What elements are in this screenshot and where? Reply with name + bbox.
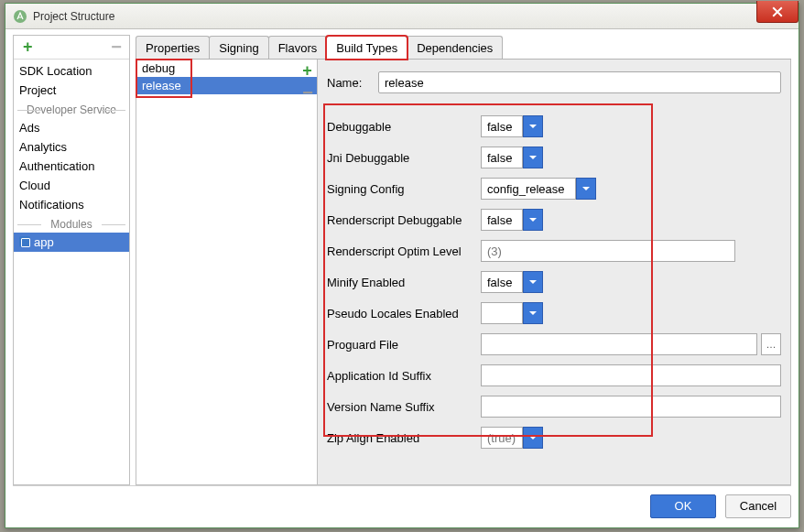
value-signing-config[interactable] [481,178,576,200]
build-types-list: debug release + − [136,60,318,484]
value-renderscript-optim[interactable] [481,240,735,262]
value-minify-enabled[interactable] [481,271,523,293]
build-type-form: Name: Debuggable Jni Debuggable [318,60,790,484]
value-version-name-suffix[interactable] [481,396,781,418]
chevron-down-icon [528,309,538,318]
sidebar-item-label: app [34,235,54,249]
proguard-browse-button[interactable]: … [761,333,781,355]
project-structure-window: Project Structure + − SDK Location Proje… [5,3,799,528]
dropdown-renderscript-debuggable[interactable] [523,209,543,231]
value-debuggable[interactable] [481,115,523,137]
combo-jni-debuggable[interactable] [481,147,543,168]
combo-debuggable[interactable] [481,115,543,137]
label-app-id-suffix: Application Id Suffix [327,369,481,383]
value-pseudo-locales[interactable] [481,302,523,324]
value-zip-align[interactable] [481,427,523,449]
label-proguard-file: Proguard File [327,338,481,352]
window-title: Project Structure [33,10,114,23]
row-zip-align: Zip Align Enabled [327,422,781,453]
name-input[interactable] [378,71,781,93]
label-debuggable: Debuggable [327,120,481,134]
chevron-down-icon [528,433,538,442]
name-label: Name: [327,76,378,90]
main: Properties Signing Flavors Build Types D… [136,35,791,485]
tab-signing[interactable]: Signing [209,36,268,59]
label-signing-config: Signing Config [327,182,481,196]
module-icon [19,236,30,247]
close-button[interactable] [756,1,799,23]
combo-signing-config[interactable] [481,178,596,200]
label-minify-enabled: Minify Enabled [327,276,481,289]
tabs: Properties Signing Flavors Build Types D… [136,35,791,60]
tab-dependencies[interactable]: Dependencies [407,36,503,59]
build-types-add-button[interactable]: + [302,61,313,81]
sidebar: + − SDK Location Project Developer Servi… [13,35,130,485]
sidebar-add-button[interactable]: + [23,38,33,57]
sidebar-item-project[interactable]: Project [14,81,129,100]
sidebar-header-developer-services: Developer Service [14,103,129,116]
dialog-body: + − SDK Location Project Developer Servi… [5,29,799,485]
chevron-down-icon [581,184,591,193]
row-signing-config: Signing Config [327,173,781,204]
close-icon [772,6,783,17]
row-pseudo-locales: Pseudo Locales Enabled [327,298,781,329]
sidebar-item-authentication[interactable]: Authentication [14,157,129,176]
row-version-name-suffix: Version Name Suffix [327,391,781,422]
sidebar-item-app[interactable]: app [14,233,129,252]
combo-pseudo-locales[interactable] [481,302,543,324]
build-types-remove-button[interactable]: − [302,82,313,103]
dropdown-jni-debuggable[interactable] [523,147,543,168]
label-jni-debuggable: Jni Debuggable [327,151,481,165]
chevron-down-icon [528,215,538,224]
sidebar-item-sdk-location[interactable]: SDK Location [14,61,129,81]
dropdown-zip-align[interactable] [523,427,543,449]
combo-zip-align[interactable] [481,427,543,449]
sidebar-remove-button[interactable]: − [111,37,122,58]
value-renderscript-debuggable[interactable] [481,209,523,231]
label-version-name-suffix: Version Name Suffix [327,400,481,414]
build-type-debug[interactable]: debug [136,60,317,77]
label-pseudo-locales: Pseudo Locales Enabled [327,307,481,320]
sidebar-item-notifications[interactable]: Notifications [14,195,129,214]
row-jni-debuggable: Jni Debuggable [327,142,781,173]
label-renderscript-debuggable: Renderscript Debuggable [327,213,481,227]
app-icon [13,9,27,24]
dropdown-debuggable[interactable] [523,115,543,137]
row-debuggable: Debuggable [327,111,781,142]
ok-button[interactable]: OK [650,494,716,518]
tab-flavors[interactable]: Flavors [268,36,328,59]
row-proguard-file: Proguard File … [327,329,781,360]
combo-renderscript-debuggable[interactable] [481,209,543,231]
chevron-down-icon [528,153,538,162]
label-zip-align: Zip Align Enabled [327,431,481,445]
sidebar-tools: + − [14,36,129,60]
footer: OK Cancel [13,485,791,520]
chevron-down-icon [528,277,538,287]
titlebar: Project Structure [5,4,799,29]
row-renderscript-optim: Renderscript Optim Level [327,235,781,266]
value-proguard-file[interactable] [481,333,757,355]
value-jni-debuggable[interactable] [481,147,523,168]
label-renderscript-optim: Renderscript Optim Level [327,244,481,258]
build-type-release[interactable]: release [136,77,317,94]
row-app-id-suffix: Application Id Suffix [327,360,781,391]
tab-build-types[interactable]: Build Types [326,36,407,60]
dropdown-minify-enabled[interactable] [523,271,543,293]
tab-content: debug release + − Name: [136,60,791,485]
chevron-down-icon [528,122,538,131]
tab-properties[interactable]: Properties [136,36,210,59]
dropdown-signing-config[interactable] [576,178,596,200]
row-renderscript-debuggable: Renderscript Debuggable [327,204,781,235]
combo-minify-enabled[interactable] [481,271,543,293]
sidebar-list: SDK Location Project Developer Service A… [14,60,129,484]
sidebar-header-modules: Modules [14,218,129,231]
build-types-tools: + − [302,61,313,103]
row-minify-enabled: Minify Enabled [327,266,781,298]
cancel-button[interactable]: Cancel [725,494,791,518]
dropdown-pseudo-locales[interactable] [523,302,543,324]
sidebar-item-cloud[interactable]: Cloud [14,176,129,195]
sidebar-item-ads[interactable]: Ads [14,118,129,137]
sidebar-item-analytics[interactable]: Analytics [14,137,129,157]
row-name: Name: [327,67,781,98]
value-app-id-suffix[interactable] [481,364,781,386]
